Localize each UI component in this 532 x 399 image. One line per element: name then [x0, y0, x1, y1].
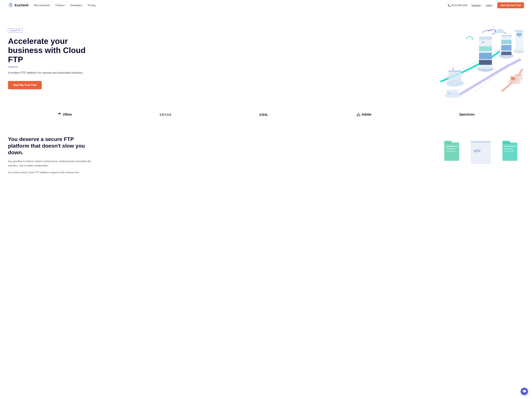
svg-marker-1	[10, 4, 12, 6]
svg-rect-49	[446, 146, 457, 147]
nav-developer[interactable]: Developer ▾	[70, 4, 83, 7]
logo-zillow: Zillow	[57, 112, 72, 117]
svg-point-32	[496, 30, 500, 33]
svg-rect-6	[449, 70, 461, 72]
hero-illustration: </>	[428, 21, 524, 97]
svg-text:</>: </>	[474, 148, 481, 153]
adobe-icon	[356, 113, 361, 117]
svg-rect-56	[502, 141, 510, 144]
navbar: ExaVault Why ExaVault ▾ Product ▾ Develo…	[0, 0, 532, 11]
svg-point-33	[500, 30, 504, 33]
svg-rect-37	[511, 77, 515, 80]
logo-icon	[8, 3, 13, 8]
logo-spectrum: Spectrum›	[459, 113, 475, 116]
logo-cox: cox.	[260, 112, 269, 117]
nav-pricing[interactable]: Pricing	[88, 4, 95, 7]
chevron-down-icon: ▾	[82, 4, 83, 6]
svg-text:</>: </>	[482, 41, 485, 44]
nav-cta-button[interactable]: Start My Free Trial	[497, 2, 524, 8]
phone-link[interactable]: 📞 (510) 500-0245	[448, 4, 468, 7]
svg-rect-48	[444, 141, 452, 144]
logos-section: Zillow xerox cox. Adobe Spectrum›	[0, 104, 532, 125]
nav-links: Why ExaVault ▾ Product ▾ Developer ▾ Pri…	[34, 4, 95, 7]
nav-right: 📞 (510) 500-0245 Support ▾ Login ▾ Start…	[448, 2, 524, 8]
chevron-down-icon: ▾	[481, 4, 482, 6]
zillow-icon	[57, 112, 62, 117]
hero-divider	[8, 67, 18, 67]
svg-point-8	[453, 68, 454, 69]
chevron-down-icon: ▾	[50, 4, 51, 6]
svg-rect-57	[504, 146, 516, 147]
bottom-text2: Our instant setup Cloud FTP platform sup…	[8, 170, 95, 175]
logo-adobe: Adobe	[356, 113, 371, 117]
svg-marker-44	[471, 38, 473, 40]
bottom-text1: Say goodbye to tedious system maintenanc…	[8, 159, 95, 168]
brand-name: ExaVault	[15, 3, 28, 7]
nav-why-exavault[interactable]: Why ExaVault ▾	[34, 4, 51, 7]
svg-rect-51	[446, 151, 456, 152]
svg-rect-28	[518, 37, 520, 37]
chevron-down-icon: ▾	[492, 4, 493, 6]
svg-rect-19	[501, 35, 512, 36]
hero-title: Accelerate your business with Cloud FTP	[8, 37, 95, 64]
hero-subtitle: A modern FTP platform for manual and aut…	[8, 70, 95, 75]
nav-left: ExaVault Why ExaVault ▾ Product ▾ Develo…	[8, 3, 95, 8]
bottom-illustration: </>	[437, 136, 524, 169]
hero-section: Cloud FTP Accelerate your business with …	[0, 11, 532, 104]
phone-icon: 📞	[448, 4, 450, 7]
hero-badge: Cloud FTP	[8, 28, 23, 32]
svg-rect-58	[504, 148, 513, 149]
support-link[interactable]: Support ▾	[471, 4, 482, 7]
hero-cta-button[interactable]: Start My Free Trial	[8, 81, 42, 89]
svg-text:</>: </>	[448, 92, 451, 94]
svg-rect-25	[515, 30, 523, 32]
svg-rect-22	[501, 52, 512, 55]
nav-product[interactable]: Product ▾	[55, 4, 65, 7]
svg-rect-14	[479, 60, 492, 65]
hero-content: Cloud FTP Accelerate your business with …	[8, 28, 95, 89]
chevron-down-icon: ▾	[65, 4, 65, 6]
bottom-content: You deserve a secure FTP platform that d…	[8, 136, 95, 177]
svg-rect-53	[471, 141, 491, 143]
svg-rect-38	[511, 76, 513, 77]
svg-rect-15	[479, 37, 492, 40]
bottom-svg: </>	[437, 136, 524, 169]
svg-rect-13	[479, 53, 492, 59]
svg-rect-7	[453, 69, 454, 70]
bottom-section: You deserve a secure FTP platform that d…	[0, 125, 532, 184]
svg-rect-30	[514, 75, 522, 76]
svg-rect-21	[501, 45, 512, 51]
svg-rect-27	[517, 33, 521, 36]
logo-xerox: xerox	[159, 112, 172, 117]
logo[interactable]: ExaVault	[8, 3, 28, 8]
bottom-title: You deserve a secure FTP platform that d…	[8, 136, 95, 156]
svg-rect-20	[501, 40, 512, 44]
svg-rect-59	[504, 151, 514, 152]
hero-svg: </>	[428, 21, 524, 98]
svg-rect-12	[479, 46, 492, 51]
svg-rect-50	[446, 148, 455, 149]
svg-rect-5	[449, 70, 461, 83]
login-link[interactable]: Login ▾	[486, 4, 493, 7]
